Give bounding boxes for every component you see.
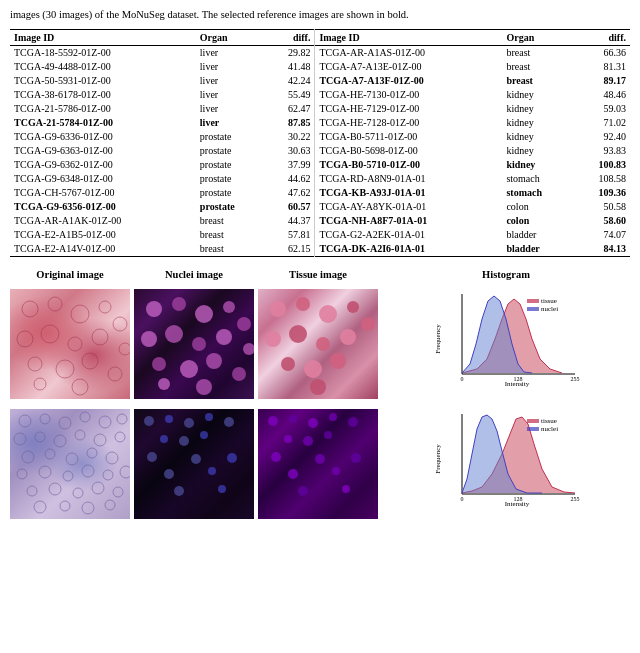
cell-id2: TCGA-B0-5710-01Z-00 — [315, 158, 503, 172]
tissue-img-2-col — [258, 409, 378, 519]
svg-text:nuclei: nuclei — [541, 305, 558, 313]
cell-organ1: prostate — [196, 200, 265, 214]
cell-id1: TCGA-21-5786-01Z-00 — [10, 102, 196, 116]
table-row: TCGA-E2-A14V-01Z-00breast62.15TCGA-DK-A2… — [10, 242, 630, 257]
svg-point-5 — [17, 331, 33, 347]
tissue-img-1 — [258, 289, 378, 399]
original-img-2-col — [10, 409, 130, 519]
svg-text:Frequency: Frequency — [434, 443, 442, 473]
cell-diff1: 62.15 — [265, 242, 315, 257]
cell-id2: TCGA-A7-A13F-01Z-00 — [315, 74, 503, 88]
cell-id1: TCGA-G9-6362-01Z-00 — [10, 158, 196, 172]
table-header-row: Image ID Organ diff. Image ID Organ diff… — [10, 29, 630, 45]
svg-point-40 — [340, 329, 356, 345]
svg-point-8 — [92, 329, 108, 345]
svg-rect-125 — [527, 427, 539, 431]
cell-organ2: colon — [502, 214, 572, 228]
histogram-2: Frequency Intensity tissue nuclei 0 128 … — [432, 409, 580, 519]
cell-id1: TCGA-50-5931-01Z-00 — [10, 74, 196, 88]
svg-point-93 — [224, 417, 234, 427]
svg-point-75 — [39, 466, 51, 478]
cell-id1: TCGA-AR-A1AK-01Z-00 — [10, 214, 196, 228]
cell-organ2: kidney — [502, 144, 572, 158]
svg-point-27 — [180, 360, 198, 378]
svg-point-42 — [304, 360, 322, 378]
table-row: TCGA-E2-A1B5-01Z-00breast57.81TCGA-G2-A2… — [10, 228, 630, 242]
svg-point-99 — [227, 453, 237, 463]
cell-diff1: 30.22 — [265, 130, 315, 144]
svg-point-69 — [22, 451, 34, 463]
cell-organ2: breast — [502, 45, 572, 60]
cell-diff2: 108.58 — [573, 172, 630, 186]
svg-point-88 — [105, 500, 115, 510]
svg-point-114 — [351, 453, 361, 463]
svg-point-73 — [106, 452, 118, 464]
svg-point-68 — [115, 432, 125, 442]
cell-organ2: kidney — [502, 158, 572, 172]
images-section: Original image Nuclei image Tissue image… — [10, 269, 630, 519]
cell-id1: TCGA-49-4488-01Z-00 — [10, 60, 196, 74]
cell-diff1: 29.82 — [265, 45, 315, 60]
table-row: TCGA-50-5931-01Z-00liver42.24TCGA-A7-A13… — [10, 74, 630, 88]
svg-point-109 — [284, 435, 292, 443]
cell-id2: TCGA-A7-A13E-01Z-00 — [315, 60, 503, 74]
svg-point-10 — [28, 357, 42, 371]
col-header-id2: Image ID — [315, 29, 503, 45]
svg-point-105 — [289, 415, 297, 423]
cell-organ1: prostate — [196, 130, 265, 144]
svg-point-16 — [146, 301, 162, 317]
cell-diff1: 41.48 — [265, 60, 315, 74]
svg-point-96 — [200, 431, 208, 439]
cell-organ2: bladder — [502, 228, 572, 242]
cell-organ1: liver — [196, 88, 265, 102]
cell-diff2: 58.60 — [573, 214, 630, 228]
svg-point-12 — [82, 353, 98, 369]
svg-point-18 — [195, 305, 213, 323]
svg-point-31 — [196, 379, 212, 395]
label-nuclei: Nuclei image — [165, 269, 223, 280]
svg-point-110 — [303, 436, 313, 446]
svg-point-74 — [17, 469, 27, 479]
svg-point-97 — [147, 452, 157, 462]
svg-point-95 — [179, 436, 189, 446]
cell-diff1: 47.62 — [265, 186, 315, 200]
cell-diff2: 92.40 — [573, 130, 630, 144]
cell-id2: TCGA-DK-A2I6-01A-01 — [315, 242, 503, 257]
svg-point-32 — [270, 301, 286, 317]
svg-point-43 — [330, 353, 346, 369]
svg-point-79 — [120, 466, 130, 478]
cell-diff1: 57.81 — [265, 228, 315, 242]
svg-point-89 — [144, 416, 154, 426]
svg-rect-50 — [527, 299, 539, 303]
svg-point-70 — [45, 449, 55, 459]
cell-diff2: 71.02 — [573, 116, 630, 130]
svg-text:128: 128 — [514, 376, 523, 382]
svg-point-37 — [265, 331, 281, 347]
cell-organ2: bladder — [502, 242, 572, 257]
cell-diff1: 87.85 — [265, 116, 315, 130]
tissue-img-2 — [258, 409, 378, 519]
svg-point-104 — [268, 416, 278, 426]
svg-point-78 — [103, 470, 113, 480]
cell-diff1: 55.49 — [265, 88, 315, 102]
intro-text: images (30 images) of the MoNuSeg datase… — [10, 8, 630, 23]
table-row: TCGA-CH-5767-01Z-00prostate47.62TCGA-KB-… — [10, 186, 630, 200]
cell-id1: TCGA-21-5784-01Z-00 — [10, 116, 196, 130]
svg-point-102 — [174, 486, 184, 496]
svg-text:0: 0 — [461, 496, 464, 502]
svg-point-91 — [184, 418, 194, 428]
histogram-1: Frequency Intensity tissue nuclei 0 128 — [432, 289, 580, 399]
table-row: TCGA-G9-6336-01Z-00prostate30.22TCGA-B0-… — [10, 130, 630, 144]
cell-id1: TCGA-CH-5767-01Z-00 — [10, 186, 196, 200]
cell-organ2: breast — [502, 60, 572, 74]
original-img-2 — [10, 409, 130, 519]
svg-point-98 — [191, 454, 201, 464]
svg-point-86 — [60, 501, 70, 511]
col-header-organ2: Organ — [502, 29, 572, 45]
svg-point-64 — [35, 432, 45, 442]
svg-point-63 — [14, 433, 26, 445]
table-row: TCGA-AR-A1AK-01Z-00breast44.37TCGA-NH-A8… — [10, 214, 630, 228]
svg-point-107 — [329, 413, 337, 421]
svg-point-0 — [22, 301, 38, 317]
svg-text:128: 128 — [514, 496, 523, 502]
